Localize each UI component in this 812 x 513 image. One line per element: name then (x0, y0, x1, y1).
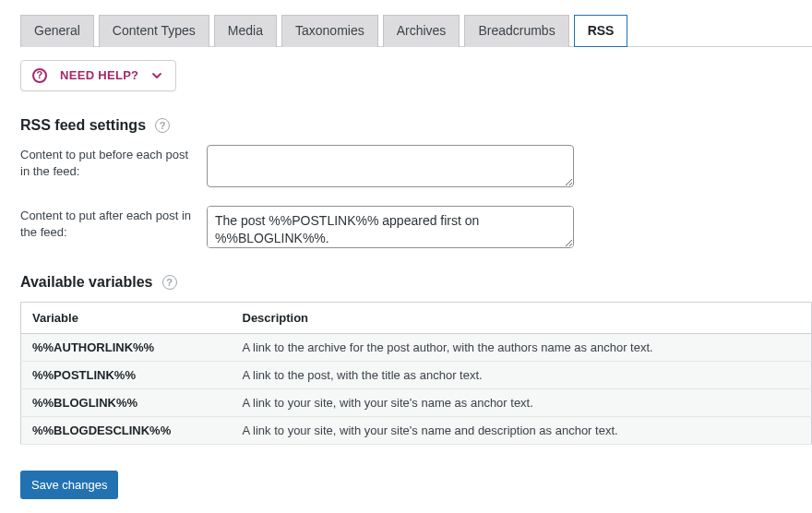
after-label: Content to put after each post in the fe… (20, 206, 197, 241)
variable-description: A link to the archive for the post autho… (232, 333, 812, 361)
available-vars-heading: Available variables ? (20, 274, 812, 291)
tab-archives[interactable]: Archives (383, 15, 460, 47)
table-row: %%BLOGLINK%%A link to your site, with yo… (21, 388, 812, 416)
tab-media[interactable]: Media (214, 15, 277, 47)
tab-content-types[interactable]: Content Types (99, 15, 209, 47)
chevron-down-icon (151, 70, 162, 81)
help-icon[interactable]: ? (162, 275, 177, 290)
table-row: %%BLOGDESCLINK%%A link to your site, wit… (21, 416, 812, 444)
variable-description: A link to the post, with the title as an… (232, 361, 812, 388)
rss-settings-heading-text: RSS feed settings (20, 117, 146, 134)
table-row: %%AUTHORLINK%%A link to the archive for … (21, 333, 812, 361)
after-field-row: Content to put after each post in the fe… (20, 206, 812, 248)
tab-breadcrumbs[interactable]: Breadcrumbs (464, 15, 568, 47)
variable-name: %%BLOGDESCLINK%% (21, 416, 232, 444)
variable-name: %%POSTLINK%% (21, 361, 232, 388)
need-help-button[interactable]: ? NEED HELP? (20, 60, 176, 91)
before-field-row: Content to put before each post in the f… (20, 145, 812, 187)
question-icon: ? (32, 68, 47, 83)
need-help-label: NEED HELP? (60, 68, 138, 82)
variable-description: A link to your site, with your site's na… (232, 388, 812, 416)
rss-settings-heading: RSS feed settings ? (20, 117, 812, 134)
before-label: Content to put before each post in the f… (20, 145, 197, 180)
table-row: %%POSTLINK%%A link to the post, with the… (21, 361, 812, 388)
before-content-textarea[interactable] (207, 145, 574, 187)
save-button[interactable]: Save changes (20, 471, 118, 499)
settings-tabs: GeneralContent TypesMediaTaxonomiesArchi… (20, 14, 812, 47)
variables-table: Variable Description %%AUTHORLINK%%A lin… (20, 302, 812, 445)
tab-general[interactable]: General (20, 15, 94, 47)
variable-description: A link to your site, with your site's na… (232, 416, 812, 444)
tab-taxonomies[interactable]: Taxonomies (281, 15, 378, 47)
col-variable: Variable (21, 302, 232, 333)
variable-name: %%BLOGLINK%% (21, 388, 232, 416)
variable-name: %%AUTHORLINK%% (21, 333, 232, 361)
col-description: Description (232, 302, 812, 333)
tab-rss[interactable]: RSS (574, 15, 628, 47)
after-content-textarea[interactable] (207, 206, 574, 248)
help-icon[interactable]: ? (155, 118, 170, 133)
available-vars-heading-text: Available variables (20, 274, 153, 291)
